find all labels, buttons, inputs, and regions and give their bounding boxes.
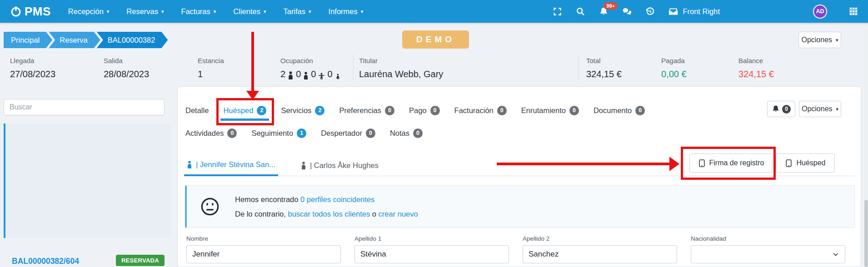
bell-icon — [772, 105, 780, 113]
tab-notas[interactable]: Notas0 — [390, 128, 423, 138]
nombre-field[interactable] — [186, 245, 341, 263]
menu-informes[interactable]: Informes▾ — [329, 7, 364, 16]
workstation-selector[interactable]: Front Right — [668, 7, 720, 16]
reservation-card[interactable]: BAL00000382/604 RESERVADA Suite Asignar … — [4, 124, 171, 238]
chevron-down-icon: ▾ — [361, 9, 364, 14]
apps-grid-icon[interactable] — [849, 7, 858, 16]
tabs-row-1: Detalle Huésped2 Servicios2 Preferencias… — [185, 105, 645, 116]
apellido1-field[interactable] — [354, 245, 509, 263]
apellido2-field[interactable] — [523, 245, 677, 263]
chevron-down-icon: ▾ — [264, 9, 266, 14]
breadcrumb-principal[interactable]: Principal — [4, 32, 52, 48]
create-new-link[interactable]: crear nuevo — [379, 210, 418, 218]
llegada-label: Llegada — [10, 57, 34, 64]
total-value: 324,15 € — [586, 69, 622, 79]
llegada-value: 27/08/2023 — [10, 69, 55, 79]
search-input[interactable] — [4, 99, 165, 115]
panel-notifications-button[interactable]: 0 — [767, 101, 795, 117]
panel-options-button[interactable]: Opciones▾ — [799, 101, 841, 117]
person-icon — [301, 162, 306, 169]
active-tab-underline — [220, 119, 269, 121]
user-avatar[interactable]: AD — [813, 5, 827, 19]
salida-label: Salida — [104, 57, 123, 64]
chevron-down-icon — [832, 251, 839, 258]
navbar-right: 99+ Front Right AD — [553, 5, 861, 19]
ocupacion-value: 2 0 0 0 — [280, 69, 341, 79]
search-icon[interactable] — [576, 7, 585, 16]
tablet-icon — [698, 159, 706, 167]
ocupacion-label: Ocupación — [280, 57, 313, 64]
guest-tab-carlos[interactable]: | Carlos Åke Hughes — [298, 157, 381, 176]
reservation-code-link[interactable]: BAL00000382/604 — [12, 257, 79, 266]
notifications-button[interactable]: 99+ — [599, 7, 609, 16]
tab-enrutamiento[interactable]: Enrutamiento0 — [521, 105, 579, 116]
divider — [353, 54, 354, 81]
apellido1-label: Apellido 1 — [354, 235, 381, 242]
matching-profiles-link[interactable]: 0 perfiles coincidentes — [300, 195, 374, 203]
main-menu: Recepción▾ Reservas▾ Facturas▾ Clientes▾… — [68, 7, 363, 16]
menu-clientes[interactable]: Clientes▾ — [233, 7, 266, 16]
alert-line-1: Hemos encontrado 0 perfiles coincidentes — [235, 195, 418, 204]
guest-device-button[interactable]: Huésped — [776, 153, 835, 173]
history-icon[interactable] — [645, 7, 655, 16]
workstation-label: Front Right — [683, 7, 720, 16]
chevron-down-icon: ▾ — [836, 38, 838, 43]
scrollbar-thumb[interactable] — [864, 200, 868, 267]
tab-count-badge: 0 — [430, 106, 440, 115]
tab-servicios[interactable]: Servicios2 — [281, 105, 324, 116]
tab-facturacion[interactable]: Facturación0 — [454, 105, 507, 116]
breadcrumb-reserva[interactable]: Reserva — [49, 32, 100, 48]
app-logo[interactable]: PMS — [10, 5, 51, 19]
menu-tarifas[interactable]: Tarifas▾ — [283, 7, 311, 16]
top-navbar: PMS Recepción▾ Reservas▾ Facturas▾ Clien… — [0, 0, 868, 23]
tab-documento[interactable]: Documento0 — [594, 105, 645, 116]
nacionalidad-label: Nacionalidad — [691, 235, 726, 242]
menu-facturas[interactable]: Facturas▾ — [181, 7, 216, 16]
tab-count-badge: 0 — [569, 106, 579, 115]
salida-value: 28/08/2023 — [104, 69, 149, 79]
menu-recepcion[interactable]: Recepción▾ — [68, 7, 110, 16]
tab-pago[interactable]: Pago0 — [409, 105, 440, 116]
baby-icon — [335, 74, 341, 79]
tab-detalle[interactable]: Detalle — [185, 105, 209, 116]
guest-tab-jennifer[interactable]: | Jennifer Stévina San... — [184, 157, 278, 176]
signature-registration-button[interactable]: Firma de registro — [689, 153, 773, 173]
adult-icon — [288, 71, 294, 79]
tabs-row-2: Actividades0 Seguimiento1 Despertador0 N… — [185, 128, 423, 138]
annotation-arrow-vertical — [251, 32, 254, 92]
total-label: Total — [586, 57, 601, 64]
status-badge: RESERVADA — [116, 255, 165, 266]
pms-logo-icon — [10, 5, 22, 17]
estancia-value: 1 — [198, 69, 203, 79]
tab-count-badge: 0 — [413, 129, 423, 138]
balance-label: Balance — [738, 57, 763, 64]
panel-bell-count: 0 — [782, 105, 791, 114]
tab-despertador[interactable]: Despertador0 — [321, 128, 375, 138]
chevron-down-icon: ▾ — [107, 9, 110, 14]
pagada-label: Pagada — [661, 57, 685, 64]
apellido2-label: Apellido 2 — [523, 235, 549, 242]
chevron-down-icon: ▾ — [161, 9, 164, 14]
tab-seguimiento[interactable]: Seguimiento1 — [251, 128, 306, 138]
tab-huesped[interactable]: Huésped2 — [223, 105, 266, 116]
tab-count-badge: 1 — [297, 129, 306, 138]
titular-label: Titular — [359, 57, 378, 64]
profile-match-alert: Hemos encontrado 0 perfiles coincidentes… — [185, 185, 855, 228]
fullscreen-icon[interactable] — [553, 7, 562, 16]
notification-count-badge: 99+ — [604, 2, 618, 10]
chevron-down-icon: ▾ — [214, 9, 216, 14]
balance-value: 324,15 € — [738, 69, 774, 79]
breadcrumb-reservation-code[interactable]: BAL00000382 — [97, 32, 168, 48]
tab-count-badge: 0 — [366, 129, 375, 138]
messages-icon[interactable] — [622, 7, 632, 16]
pagada-value: 0,00 € — [661, 69, 687, 79]
titular-value: Lauréna Webb, Gary — [359, 69, 443, 79]
search-all-clients-link[interactable]: buscar todos los clientes — [288, 210, 370, 218]
nacionalidad-select[interactable] — [691, 245, 845, 263]
tab-actividades[interactable]: Actividades0 — [185, 128, 237, 138]
alert-text: Hemos encontrado 0 perfiles coincidentes… — [235, 195, 418, 218]
tab-count-badge: 2 — [315, 106, 324, 115]
header-options-button[interactable]: Opciones▾ — [798, 32, 841, 48]
tab-preferencias[interactable]: Preferencias0 — [339, 105, 394, 116]
menu-reservas[interactable]: Reservas▾ — [126, 7, 164, 16]
